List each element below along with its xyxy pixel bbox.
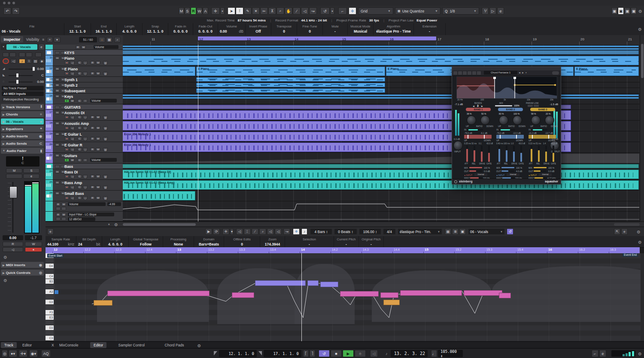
info-field[interactable]: Musical ModeMusical xyxy=(348,23,374,35)
volume-down-tool-icon[interactable]: ◁ xyxy=(267,228,274,235)
band-tab-3[interactable]: BAND 3 xyxy=(530,108,555,111)
plugin-toolbar-button[interactable] xyxy=(468,71,471,75)
write-button[interactable]: W xyxy=(81,46,86,49)
solo-editor-button-icon[interactable]: ▶ xyxy=(205,228,212,235)
grid-view-button[interactable]: ▦ xyxy=(106,37,112,42)
mute-button[interactable]: m xyxy=(55,132,60,136)
automation-mute-button[interactable] xyxy=(56,207,61,210)
track-row[interactable]: 13msSynth 1 xyxy=(46,77,123,82)
piano-black-key[interactable] xyxy=(46,331,54,336)
slider-handle[interactable] xyxy=(16,73,18,77)
track-row[interactable]: RWInput Filter - LC-Slope12 dB/Oct xyxy=(46,212,123,221)
write-button[interactable]: W xyxy=(96,126,100,130)
track-row[interactable]: GUITARS xyxy=(46,104,123,110)
monitor-button[interactable]: ◁ xyxy=(70,61,75,64)
bands-next-icon[interactable]: ▶ xyxy=(481,105,483,107)
mute-button[interactable]: m xyxy=(55,67,60,70)
midi-part[interactable] xyxy=(123,56,639,65)
channel-button[interactable]: C xyxy=(77,99,82,103)
piano-black-key[interactable] xyxy=(46,320,54,325)
slider-handle[interactable] xyxy=(16,80,18,84)
write-button[interactable]: W xyxy=(96,115,100,119)
preset-next-icon[interactable]: ▶ xyxy=(522,71,524,74)
midi-part[interactable] xyxy=(123,48,639,50)
variaudio-segment[interactable] xyxy=(464,290,502,296)
write-button[interactable] xyxy=(26,52,32,57)
home-marker-button[interactable]: ⌂ xyxy=(99,37,105,42)
inserts-state-button[interactable]: ◇ xyxy=(83,148,88,151)
channel-button[interactable]: C xyxy=(77,185,82,189)
autoscroll-options-icon[interactable]: ▾ xyxy=(230,228,234,235)
piano-white-key[interactable]: G3 xyxy=(46,300,54,305)
info-field[interactable]: Mute- xyxy=(323,23,348,35)
folder-part[interactable] xyxy=(123,164,639,168)
automation-s-button[interactable]: S xyxy=(185,7,190,15)
lanes-button[interactable]: ▥ xyxy=(103,185,108,189)
channel-button[interactable]: C xyxy=(77,72,82,75)
editor-info-field[interactable]: Offline Edits0 xyxy=(224,236,260,247)
track-row[interactable]: 17msAcoustic DI●◁C◇RW▥ xyxy=(46,110,123,121)
midi-part[interactable]: E Piano xyxy=(574,67,639,76)
auto-scroll-options[interactable]: ▾ xyxy=(220,7,225,15)
write-button[interactable]: W xyxy=(96,148,100,151)
zoom-window-icon[interactable] xyxy=(12,2,15,4)
editor-info-field[interactable]: Length4. 0. 0. 0 xyxy=(102,236,129,247)
tempo-field[interactable]: 105.000 ↕ xyxy=(438,350,463,357)
undo-button[interactable]: ↶ xyxy=(3,7,11,15)
audio-event[interactable]: HALion Sonic SE 01-02 (Bass Amp) xyxy=(123,180,639,190)
setup-zone-toggle[interactable]: ▣ xyxy=(631,7,637,15)
editor-info-field[interactable]: ProcessingNone xyxy=(163,236,194,247)
piano-white-key[interactable]: A3 xyxy=(46,289,54,294)
vertical-scrollbar[interactable] xyxy=(640,35,644,221)
editor-info-field[interactable]: Selection- xyxy=(285,236,334,247)
band-up-knob[interactable] xyxy=(531,115,541,125)
editor-info-field[interactable]: Current Pitch- xyxy=(334,236,359,247)
warp-beats-field[interactable]: 0 Beats ↕ xyxy=(334,228,357,235)
info-field[interactable]: Volume0.00dB xyxy=(218,23,246,35)
plugin-menu-icon[interactable]: ▾ xyxy=(526,71,527,74)
band-down-knob[interactable] xyxy=(545,115,554,125)
piano-black-key[interactable] xyxy=(46,258,54,264)
midi-part[interactable] xyxy=(123,97,639,99)
automation-w-button[interactable]: W xyxy=(197,7,202,15)
sc-input-select[interactable]: Internal xyxy=(539,173,552,176)
mute-button[interactable] xyxy=(55,51,60,55)
piano-black-key[interactable] xyxy=(46,284,54,289)
tab-bar-setup-icon[interactable]: ⚙ xyxy=(197,343,201,348)
read-button[interactable] xyxy=(19,52,25,57)
mute-button[interactable] xyxy=(55,106,60,109)
read-button[interactable]: R xyxy=(64,99,69,103)
inspector-section-06-vocals[interactable]: ▶06 - Vocalse xyxy=(1,118,44,124)
midi-part[interactable]: E Piano xyxy=(196,67,385,76)
filter-automation-curve[interactable] xyxy=(123,212,639,221)
track-row[interactable]: 22msGuitarsRWC○Volume xyxy=(46,153,123,164)
show-list-button[interactable]: ≣ xyxy=(452,228,459,235)
mute-button[interactable]: m xyxy=(55,154,60,157)
toolbar-setup-icon[interactable]: ⚙ xyxy=(638,9,642,14)
lower-zone-setup-icon[interactable]: ⚙ xyxy=(637,230,641,234)
spectrum-display[interactable] xyxy=(456,76,557,99)
read-button[interactable]: R xyxy=(56,213,61,216)
param-link-rel-button[interactable] xyxy=(534,105,539,107)
automation-value-box[interactable]: -4.99 xyxy=(107,202,121,206)
info-field[interactable]: File06 - Vocals xyxy=(0,23,64,35)
info-field[interactable]: Algorithmélastique Pro - Time xyxy=(374,23,414,35)
inspector-volume-slider[interactable]: ◢0.00 xyxy=(2,66,44,72)
midi-part[interactable] xyxy=(123,46,639,47)
automation-add-lane-button[interactable] xyxy=(61,217,66,221)
midi-part[interactable] xyxy=(123,67,195,76)
iterative-quantize-button[interactable]: ⅟ xyxy=(482,7,489,15)
loop-button-icon[interactable]: ⟳ xyxy=(213,228,220,235)
automation-a-button[interactable]: A xyxy=(203,7,208,15)
band-down-knob[interactable] xyxy=(513,115,522,125)
fader-solo-button[interactable]: S xyxy=(23,168,39,173)
fader-record-button[interactable]: ● xyxy=(25,247,42,252)
info-field[interactable]: End16. 1. 1. 0 xyxy=(91,23,117,35)
add-track-button[interactable]: + xyxy=(47,37,53,42)
retrospective-record-row[interactable]: Retrospective Recording xyxy=(2,97,44,102)
feedback-options[interactable]: ▾ xyxy=(330,7,334,15)
right-zone-toggle[interactable]: ▣ xyxy=(624,7,630,15)
timeline-ruler[interactable]: 1112131415161718192021 xyxy=(123,35,640,45)
write-button[interactable]: W xyxy=(96,137,100,140)
audio-record-mode-button[interactable]: ✛▾ xyxy=(19,350,27,357)
